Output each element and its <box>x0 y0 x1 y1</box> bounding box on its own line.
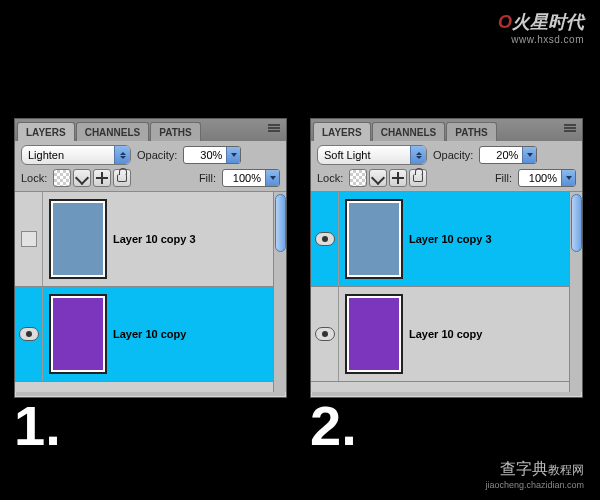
opacity-input[interactable]: 20% <box>479 146 537 164</box>
watermark-top: O火星时代 www.hxsd.com <box>498 10 584 45</box>
chevron-updown-icon <box>410 146 426 164</box>
chevron-down-icon <box>522 147 536 163</box>
layer-row[interactable]: Layer 10 copy <box>311 287 582 382</box>
layer-thumbnail[interactable] <box>49 199 107 279</box>
layer-controls: Soft Light Opacity: 20% Lock: Fill: 100% <box>311 141 582 192</box>
watermark-bottom-suffix: 教程网 <box>548 463 584 477</box>
lock-all-icon[interactable] <box>113 169 131 187</box>
opacity-input[interactable]: 30% <box>183 146 241 164</box>
visibility-toggle[interactable] <box>311 287 339 381</box>
watermark-top-url: www.hxsd.com <box>498 34 584 45</box>
layer-row[interactable]: Layer 10 copy 3 <box>15 192 286 287</box>
watermark-logo-text: 火星时代 <box>512 12 584 32</box>
lock-pixels-icon[interactable] <box>369 169 387 187</box>
step-label-1: 1. <box>14 393 61 458</box>
panel-menu-icon[interactable] <box>268 124 280 134</box>
lock-label: Lock: <box>21 172 47 184</box>
tab-layers[interactable]: LAYERS <box>17 122 75 141</box>
chevron-down-icon <box>265 170 279 186</box>
tab-paths[interactable]: PATHS <box>150 122 200 141</box>
layer-thumbnail[interactable] <box>49 294 107 374</box>
lock-position-icon[interactable] <box>389 169 407 187</box>
layers-panel-1: LAYERS CHANNELS PATHS Lighten Opacity: 3… <box>14 118 287 398</box>
opacity-value: 20% <box>480 147 522 163</box>
watermark-bottom-url: jiaocheng.chazidian.com <box>485 480 584 490</box>
layers-panel-2: LAYERS CHANNELS PATHS Soft Light Opacity… <box>310 118 583 398</box>
tab-layers[interactable]: LAYERS <box>313 122 371 141</box>
tab-channels[interactable]: CHANNELS <box>76 122 150 141</box>
watermark-bottom: 查字典教程网 jiaocheng.chazidian.com <box>485 459 584 490</box>
scrollbar[interactable] <box>273 192 286 392</box>
layer-controls: Lighten Opacity: 30% Lock: Fill: 100% <box>15 141 286 192</box>
lock-label: Lock: <box>317 172 343 184</box>
watermark-bottom-text: 查字典 <box>500 460 548 477</box>
panel-menu-icon[interactable] <box>564 124 576 134</box>
lock-pixels-icon[interactable] <box>73 169 91 187</box>
fill-value: 100% <box>223 170 265 186</box>
layer-name[interactable]: Layer 10 copy 3 <box>409 233 492 245</box>
fill-label: Fill: <box>199 172 216 184</box>
eye-icon <box>315 232 335 246</box>
chevron-down-icon <box>226 147 240 163</box>
scrollbar[interactable] <box>569 192 582 392</box>
layer-thumbnail[interactable] <box>345 199 403 279</box>
lock-transparency-icon[interactable] <box>53 169 71 187</box>
chevron-updown-icon <box>114 146 130 164</box>
eye-icon <box>315 327 335 341</box>
chevron-down-icon <box>561 170 575 186</box>
lock-position-icon[interactable] <box>93 169 111 187</box>
visibility-toggle[interactable] <box>15 287 43 381</box>
fill-value: 100% <box>519 170 561 186</box>
fill-input[interactable]: 100% <box>518 169 576 187</box>
lock-all-icon[interactable] <box>409 169 427 187</box>
layer-name[interactable]: Layer 10 copy 3 <box>113 233 196 245</box>
layer-row[interactable]: Layer 10 copy <box>15 287 286 382</box>
opacity-label: Opacity: <box>433 149 473 161</box>
opacity-label: Opacity: <box>137 149 177 161</box>
panel-tabs: LAYERS CHANNELS PATHS <box>311 119 582 141</box>
layer-list: Layer 10 copy 3 Layer 10 copy <box>311 192 582 392</box>
blend-mode-select[interactable]: Soft Light <box>317 145 427 165</box>
visibility-toggle[interactable] <box>15 192 43 286</box>
fill-input[interactable]: 100% <box>222 169 280 187</box>
lock-transparency-icon[interactable] <box>349 169 367 187</box>
visibility-toggle[interactable] <box>311 192 339 286</box>
layer-name[interactable]: Layer 10 copy <box>409 328 482 340</box>
tab-channels[interactable]: CHANNELS <box>372 122 446 141</box>
layer-name[interactable]: Layer 10 copy <box>113 328 186 340</box>
layer-thumbnail[interactable] <box>345 294 403 374</box>
fill-label: Fill: <box>495 172 512 184</box>
eye-icon <box>19 327 39 341</box>
step-label-2: 2. <box>310 393 357 458</box>
layer-row[interactable]: Layer 10 copy 3 <box>311 192 582 287</box>
scrollbar-thumb[interactable] <box>571 194 582 252</box>
layer-list: Layer 10 copy 3 Layer 10 copy <box>15 192 286 392</box>
tab-paths[interactable]: PATHS <box>446 122 496 141</box>
panel-tabs: LAYERS CHANNELS PATHS <box>15 119 286 141</box>
blend-mode-select[interactable]: Lighten <box>21 145 131 165</box>
blend-mode-value: Lighten <box>22 146 114 164</box>
blend-mode-value: Soft Light <box>318 146 410 164</box>
scrollbar-thumb[interactable] <box>275 194 286 252</box>
opacity-value: 30% <box>184 147 226 163</box>
